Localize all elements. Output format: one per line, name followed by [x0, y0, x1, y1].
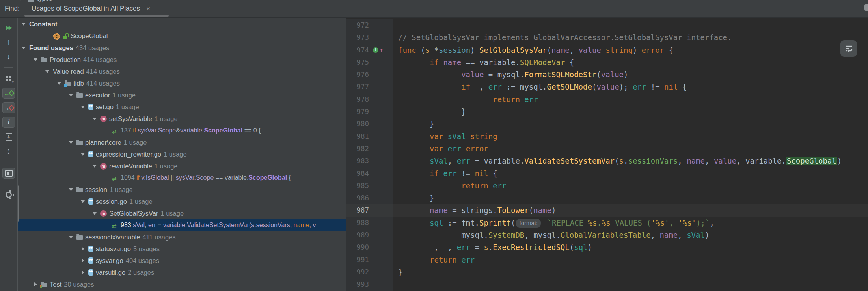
tree-scrollbar-thumb[interactable] — [18, 185, 19, 222]
tree-row[interactable]: planner\core1 usage — [18, 136, 346, 148]
show-usage-info-button[interactable] — [2, 117, 15, 128]
read-access-filter-button[interactable] — [2, 88, 15, 99]
tree-expanded-arrow-icon[interactable] — [68, 92, 74, 98]
tree-expanded-arrow-icon[interactable] — [91, 210, 98, 216]
code-line[interactable]: 986 } — [346, 192, 868, 204]
line-number[interactable]: 981 — [346, 131, 369, 143]
rerun-search-button[interactable] — [2, 22, 15, 33]
code-line[interactable]: 991 return err — [346, 254, 868, 266]
line-number[interactable]: 972 — [346, 19, 369, 32]
tree-expanded-arrow-icon[interactable] — [68, 187, 74, 193]
tree-row[interactable]: setSysVariable1 usage — [18, 113, 346, 125]
tree-row[interactable]: rewriteVariable1 usage — [18, 160, 346, 172]
tree-row[interactable]: session1 usage — [18, 184, 346, 196]
tree-expanded-arrow-icon[interactable] — [20, 45, 27, 51]
tree-row[interactable]: SetGlobalSysVar1 usage — [18, 207, 346, 219]
soft-wrap-button[interactable] — [840, 40, 857, 57]
tree-expanded-arrow-icon[interactable] — [80, 151, 86, 157]
tree-expanded-arrow-icon[interactable] — [44, 68, 50, 75]
tree-row[interactable]: 983 sVal, err = variable.ValidateSetSyst… — [18, 219, 346, 231]
tree-row[interactable]: sysvar.go404 usages — [18, 255, 346, 267]
code-line[interactable]: 982 var err error — [346, 143, 868, 155]
tree-row[interactable]: Test20 usages — [18, 278, 346, 290]
tree-row[interactable]: Production414 usages — [18, 54, 346, 65]
group-by-button[interactable] — [2, 73, 15, 84]
tree-expanded-arrow-icon[interactable] — [56, 80, 62, 86]
tree-row[interactable]: session.go1 usage — [18, 196, 346, 207]
tree-expanded-arrow-icon[interactable] — [91, 163, 98, 169]
tree-collapsed-arrow-icon[interactable] — [32, 281, 39, 287]
preview-usages-button[interactable] — [2, 168, 15, 179]
tree-row[interactable]: ScopeGlobal — [18, 30, 346, 42]
code-line[interactable]: 977 if _, err := mysql.GetSQLMode(value)… — [346, 81, 868, 93]
previous-occurrence-button[interactable] — [2, 37, 15, 48]
line-number[interactable]: 976 — [346, 69, 369, 81]
line-number[interactable]: 989 — [346, 229, 369, 241]
code-line[interactable]: 980 } — [346, 118, 868, 130]
code-line[interactable]: 974I↑func (s *session) SetGlobalSysVar(n… — [346, 44, 868, 56]
tree-expanded-arrow-icon[interactable] — [68, 234, 74, 240]
override-up-icon[interactable]: ↑ — [380, 47, 383, 53]
line-number[interactable]: 979 — [346, 106, 369, 118]
code-line[interactable]: 985 return err — [346, 180, 868, 192]
code-line[interactable]: 988 sql := fmt.Sprintf(format: `REPLACE … — [346, 217, 868, 229]
line-number[interactable]: 973 — [346, 32, 369, 44]
collapse-all-button[interactable] — [2, 146, 15, 157]
tree-row[interactable]: Constant — [18, 18, 346, 30]
tree-row[interactable]: tidb414 usages — [18, 77, 346, 89]
code-line[interactable]: 987 name = strings.ToLower(name) — [346, 204, 868, 216]
code-line[interactable]: 984 if err != nil { — [346, 168, 868, 180]
code-line[interactable]: 972 — [346, 19, 868, 32]
line-number[interactable]: 978 — [346, 93, 369, 106]
tree-expanded-arrow-icon[interactable] — [32, 56, 39, 63]
close-icon[interactable]: × — [146, 6, 150, 12]
code-line[interactable]: 993 — [346, 278, 868, 291]
code-line[interactable]: 973// SetGlobalSysVar implements GlobalV… — [346, 32, 868, 44]
tree-row[interactable]: expression_rewriter.go1 usage — [18, 148, 346, 160]
tree-row[interactable]: varsutil.go2 usages — [18, 267, 346, 278]
tree-row[interactable]: statusvar.go5 usages — [18, 243, 346, 255]
line-number[interactable]: 987 — [346, 204, 369, 216]
line-number[interactable]: 985 — [346, 180, 369, 192]
tree-row[interactable]: Value read414 usages — [18, 65, 346, 77]
line-number[interactable]: 983 — [346, 155, 369, 167]
code-line[interactable]: 979 } — [346, 106, 868, 118]
tree-row[interactable]: set.go1 usage — [18, 101, 346, 113]
next-occurrence-button[interactable] — [2, 51, 15, 62]
code-line[interactable]: 975 if name == variable.SQLModeVar { — [346, 56, 868, 69]
settings-button[interactable] — [2, 189, 15, 200]
tree-collapsed-arrow-icon[interactable] — [80, 246, 86, 252]
tree-row[interactable]: 137 if sysVar.Scope&variable.ScopeGlobal… — [18, 125, 346, 136]
line-number[interactable]: 992 — [346, 266, 369, 278]
code-line[interactable]: 981 var sVal string — [346, 131, 868, 143]
implements-icon[interactable]: I — [373, 47, 378, 53]
tree-expanded-arrow-icon[interactable] — [20, 21, 27, 27]
code-line[interactable]: 990 _, _, err = s.ExecRestrictedSQL(sql) — [346, 241, 868, 254]
code-line[interactable]: 976 value = mysql.FormatSQLModeStr(value… — [346, 69, 868, 81]
tree-expanded-arrow-icon[interactable] — [68, 139, 74, 146]
tree-expanded-arrow-icon[interactable] — [91, 116, 98, 122]
tree-expanded-arrow-icon[interactable] — [80, 198, 86, 205]
line-number[interactable]: 990 — [346, 241, 369, 254]
line-number[interactable]: 993 — [346, 278, 369, 291]
line-number[interactable]: 977 — [346, 81, 369, 93]
line-number[interactable]: 988 — [346, 217, 369, 229]
line-number[interactable]: 982 — [346, 143, 369, 155]
code-line[interactable]: 989 mysql.SystemDB, mysql.GlobalVariable… — [346, 229, 868, 241]
tree-row[interactable]: 1094 if v.IsGlobal || sysVar.Scope == va… — [18, 172, 346, 184]
expand-all-button[interactable] — [2, 131, 15, 142]
tree-row[interactable]: sessionctx\variable411 usages — [18, 231, 346, 243]
code-line[interactable]: 992} — [346, 266, 868, 278]
line-number[interactable]: 984 — [346, 168, 369, 180]
line-number[interactable]: 986 — [346, 192, 369, 204]
line-number[interactable]: 974 — [346, 44, 369, 56]
code-line[interactable]: 983 sVal, err = variable.ValidateSetSyst… — [346, 155, 868, 167]
line-number[interactable]: 991 — [346, 254, 369, 266]
tree-collapsed-arrow-icon[interactable] — [80, 257, 86, 264]
line-number[interactable]: 980 — [346, 118, 369, 130]
code-line[interactable]: 978 return err — [346, 93, 868, 106]
tree-row[interactable]: executor1 usage — [18, 89, 346, 101]
tree-collapsed-arrow-icon[interactable] — [80, 269, 86, 276]
line-number[interactable]: 975 — [346, 56, 369, 69]
tree-row[interactable]: Found usages434 usages — [18, 42, 346, 54]
